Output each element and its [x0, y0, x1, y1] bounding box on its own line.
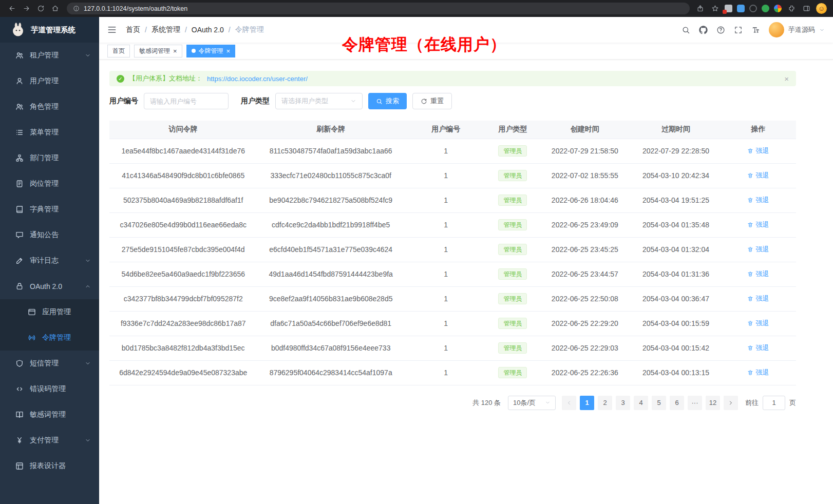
user-id-input[interactable] — [144, 93, 229, 109]
help-button[interactable] — [716, 26, 725, 34]
sidebar-item-menu[interactable]: 菜单管理 — [0, 120, 99, 145]
browser-share-button[interactable] — [695, 3, 705, 14]
cell-refresh-token: 811c530487574fa0af1a59d3abc1aa66 — [257, 139, 404, 163]
page-button-6[interactable]: 6 — [670, 396, 684, 410]
alert-text: 【用户体系】文档地址： — [129, 74, 202, 83]
sidebar-item-pay[interactable]: 支付管理 — [0, 428, 99, 453]
chevron-right-icon — [728, 400, 734, 406]
force-logout-button[interactable]: 强退 — [747, 368, 769, 377]
force-logout-button[interactable]: 强退 — [747, 269, 769, 279]
user-type-badge: 管理员 — [498, 145, 527, 157]
next-page-button[interactable] — [724, 396, 738, 410]
sidebar-item-dept[interactable]: 部门管理 — [0, 145, 99, 171]
sidebar-item-token[interactable]: 令牌管理 — [0, 325, 99, 351]
logo-image — [10, 22, 26, 37]
cell-expire-time: 2054-03-04 01:32:04 — [631, 237, 721, 262]
browser-reload-button[interactable] — [34, 2, 47, 15]
github-button[interactable] — [699, 26, 708, 34]
tab-close-icon[interactable]: × — [173, 48, 177, 54]
force-logout-button[interactable]: 强退 — [747, 220, 769, 229]
page-size-value: 10条/页 — [513, 398, 536, 408]
sidebar-item-report-designer[interactable]: 报表设计器 — [0, 453, 99, 479]
avatar — [769, 22, 784, 37]
sidebar-item-label: 支付管理 — [30, 436, 59, 445]
breadcrumb-separator: / — [229, 26, 231, 34]
browser-extension-3-icon[interactable] — [749, 5, 757, 12]
page-size-select[interactable]: 10条/页 — [508, 396, 556, 410]
chevron-down-icon — [819, 27, 825, 33]
browser-extension-2-icon[interactable] — [737, 5, 745, 12]
sidebar-item-role[interactable]: 角色管理 — [0, 94, 99, 120]
tab-close-icon[interactable]: × — [226, 48, 231, 54]
sidebar-item-error-code[interactable]: 错误码管理 — [0, 376, 99, 402]
browser-extension-5-icon[interactable] — [774, 5, 782, 12]
sidebar-item-label: 审计日志 — [30, 256, 59, 265]
page-button-5[interactable]: 5 — [652, 396, 666, 410]
page-button-3[interactable]: 3 — [616, 396, 630, 410]
search-button[interactable]: 搜索 — [368, 93, 407, 109]
search-button[interactable] — [681, 26, 690, 34]
force-logout-button[interactable]: 强退 — [747, 319, 769, 328]
tab-sensitive-word[interactable]: 敏感词管理× — [134, 45, 182, 57]
page-button-12[interactable]: 12 — [706, 396, 720, 410]
breadcrumb-item[interactable]: OAuth 2.0 — [192, 26, 224, 34]
cell-create-time: 2022-06-25 23:49:09 — [539, 212, 631, 237]
page-button-4[interactable]: 4 — [634, 396, 648, 410]
doc-link[interactable]: https://doc.iocoder.cn/user-center/ — [207, 75, 308, 83]
cell-create-time: 2022-06-25 22:26:36 — [539, 360, 631, 385]
column-header: 用户编号 — [405, 121, 487, 139]
tabs-bar: 首页敏感词管理×令牌管理× — [99, 43, 833, 60]
browser-profile-icon[interactable]: ☺ — [816, 3, 827, 14]
force-logout-button[interactable]: 强退 — [747, 171, 769, 180]
force-logout-button[interactable]: 强退 — [747, 294, 769, 303]
page-button-1[interactable]: 1 — [580, 396, 594, 410]
pagination-more-button[interactable]: ··· — [688, 396, 702, 410]
browser-back-button[interactable] — [5, 2, 18, 15]
prev-page-button[interactable] — [562, 396, 576, 410]
sidebar-item-post[interactable]: 岗位管理 — [0, 171, 99, 197]
force-logout-button[interactable]: 强退 — [747, 343, 769, 353]
cell-access-token: 41c41346a548490f9dc8b01c6bfe0865 — [109, 163, 257, 188]
reset-button[interactable]: 重置 — [412, 93, 452, 109]
sidebar-item-sensitive-word[interactable]: 敏感词管理 — [0, 402, 99, 428]
sidebar-item-oauth2[interactable]: OAuth 2.0 — [0, 274, 99, 299]
tab-token[interactable]: 令牌管理× — [186, 45, 236, 57]
browser-bookmark-button[interactable] — [710, 3, 720, 14]
url-bar[interactable]: 127.0.0.1:1024/system/oauth2/token — [67, 3, 690, 14]
chat-icon — [15, 231, 24, 239]
force-logout-button[interactable]: 强退 — [747, 196, 769, 205]
force-logout-button[interactable]: 强退 — [747, 245, 769, 254]
browser-side-panel-button[interactable] — [801, 3, 811, 14]
breadcrumb-item[interactable]: 首页 — [126, 25, 140, 34]
breadcrumb-item[interactable]: 系统管理 — [152, 25, 180, 34]
fullscreen-button[interactable] — [734, 26, 743, 34]
chevron-down-icon — [85, 52, 91, 59]
browser-forward-button[interactable] — [20, 2, 33, 15]
user-type-select[interactable]: 请选择用户类型 — [275, 93, 363, 109]
sidebar: 芋道管理系统 租户管理用户管理角色管理菜单管理部门管理岗位管理字典管理通知公告审… — [0, 17, 99, 504]
browser-extension-1-icon[interactable] — [725, 5, 732, 12]
sidebar-item-sms[interactable]: 短信管理 — [0, 351, 99, 376]
user-menu[interactable]: 芋道源码 — [769, 22, 825, 37]
font-size-button[interactable] — [751, 26, 760, 34]
sidebar-item-notice[interactable]: 通知公告 — [0, 222, 99, 248]
browser-extension-4-icon[interactable] — [762, 5, 769, 12]
share-icon — [696, 5, 704, 12]
sidebar-item-audit-log[interactable]: 审计日志 — [0, 248, 99, 274]
cell-access-token: 54d6be82ee5a460a9aedc1f9bf223656 — [109, 262, 257, 286]
tab-home[interactable]: 首页 — [107, 45, 130, 57]
goto-page-input[interactable] — [763, 396, 785, 410]
browser-home-button[interactable] — [48, 2, 62, 15]
hamburger-icon[interactable] — [107, 25, 117, 34]
sidebar-item-app[interactable]: 应用管理 — [0, 299, 99, 325]
sidebar-item-tenant[interactable]: 租户管理 — [0, 43, 99, 68]
sidebar-item-user[interactable]: 用户管理 — [0, 68, 99, 94]
token-table: 访问令牌刷新令牌用户编号用户类型创建时间过期时间操作 1ea5e44f8bc14… — [109, 121, 796, 385]
sidebar-item-dict[interactable]: 字典管理 — [0, 197, 99, 222]
expand-icon — [734, 26, 743, 34]
alert-close-icon[interactable]: × — [784, 74, 789, 83]
page-button-2[interactable]: 2 — [598, 396, 612, 410]
force-logout-button[interactable]: 强退 — [747, 146, 769, 156]
browser-extensions-button[interactable] — [786, 3, 797, 14]
app-logo[interactable]: 芋道管理系统 — [0, 17, 99, 43]
